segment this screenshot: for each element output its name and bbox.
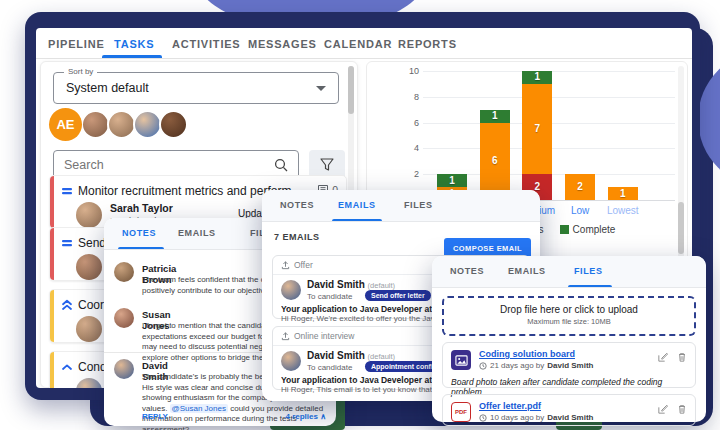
- avatar: [281, 280, 301, 300]
- edit-icon[interactable]: [658, 352, 668, 362]
- file-link[interactable]: Offer letter.pdf: [479, 401, 541, 411]
- avatar: [76, 378, 102, 388]
- bar-segment: 1: [437, 174, 467, 187]
- nav-tab-messages[interactable]: MESSAGES: [248, 38, 317, 50]
- sort-dropdown[interactable]: Sort by System default: [53, 72, 339, 104]
- tab-notes[interactable]: NOTES: [450, 266, 484, 276]
- active-tab-underline: [568, 285, 612, 288]
- tab-notes[interactable]: NOTES: [122, 228, 156, 238]
- bar-segment: 7: [522, 84, 552, 174]
- email-sender: David Smith (default): [307, 279, 395, 290]
- emails-count: 7 EMAILS: [274, 232, 320, 242]
- dropzone-subtitle: Maximum file size: 10MB: [444, 317, 694, 326]
- file-item: Coding solution board 21 days ago by Dav…: [442, 342, 696, 388]
- nav-tab-reports[interactable]: REPORTS: [398, 38, 457, 50]
- bar-segment: 2: [565, 174, 595, 200]
- search-icon[interactable]: [274, 158, 288, 172]
- files-panel: NOTES EMAILS FILES Drop file here or cli…: [432, 256, 706, 422]
- file-item: PDF Offer letter.pdf 10 days ago by Davi…: [442, 394, 696, 426]
- file-meta: 10 days ago by David Smith: [479, 413, 594, 422]
- pdf-file-icon: PDF: [451, 402, 471, 422]
- chart-plot-area: 116127121: [433, 62, 679, 200]
- tab-emails[interactable]: EMAILS: [338, 200, 376, 210]
- bar-segment: 1: [480, 110, 510, 123]
- dropzone-title: Drop file here or click to upload: [444, 304, 694, 315]
- stage-icon: [281, 261, 290, 270]
- tab-files[interactable]: FILES: [404, 200, 433, 210]
- edit-icon[interactable]: [658, 404, 668, 414]
- bar-low: 2: [565, 174, 595, 200]
- avatar: [281, 351, 301, 371]
- replies-toggle[interactable]: 4 replies ∧: [285, 412, 326, 421]
- bar-high: 61: [480, 110, 510, 200]
- tab-emails[interactable]: EMAILS: [178, 228, 216, 238]
- x-axis-label[interactable]: Low: [558, 205, 602, 216]
- tab-bar: NOTES EMAILS FILES: [432, 256, 706, 288]
- avatar: [114, 308, 134, 328]
- avatar: [76, 202, 102, 228]
- tab-files[interactable]: FILES: [574, 266, 603, 276]
- bar-segment: 1: [522, 71, 552, 84]
- email-recipient: To candidate: [307, 363, 352, 372]
- avatar: [76, 316, 102, 342]
- avatar[interactable]: [107, 110, 136, 139]
- chevron-down-icon: [316, 86, 326, 91]
- image-file-icon: [451, 350, 471, 370]
- tab-bar: NOTES EMAILS FILES: [262, 190, 540, 222]
- priority-stripe: [50, 352, 54, 388]
- y-tick: 6: [397, 118, 419, 128]
- funnel-icon: [320, 158, 334, 171]
- nav-tab-tasks[interactable]: TASKS: [114, 38, 154, 50]
- task-list-scrollbar-thumb[interactable]: [348, 66, 354, 114]
- nav-tab-activities[interactable]: ACTIVITIES: [172, 38, 241, 50]
- priority-high-icon: [60, 360, 74, 374]
- bar-medium: 271: [522, 71, 552, 200]
- clock-icon: [479, 362, 487, 370]
- avatar: [114, 359, 134, 379]
- sort-value: System default: [66, 81, 149, 95]
- y-tick: 4: [397, 143, 419, 153]
- avatar[interactable]: [133, 110, 162, 139]
- clock-icon: [479, 414, 487, 422]
- y-tick: 10: [397, 66, 419, 76]
- priority-stripe: [50, 176, 54, 228]
- nav-tab-calendar[interactable]: CALENDAR: [324, 38, 392, 50]
- email-recipient: To candidate: [307, 292, 352, 301]
- y-tick: 8: [397, 92, 419, 102]
- sort-label: Sort by: [64, 67, 97, 76]
- priority-highest-icon: [60, 298, 74, 312]
- reply-button[interactable]: REPLY: [142, 412, 168, 421]
- x-axis-label[interactable]: Lowest: [601, 205, 645, 216]
- email-stage: Online interview: [281, 331, 354, 341]
- priority-stripe: [50, 290, 54, 342]
- avatar[interactable]: [159, 110, 188, 139]
- bar-segment: 1: [608, 187, 638, 200]
- tab-emails[interactable]: EMAILS: [508, 266, 546, 276]
- status-badge: Send offer letter: [365, 290, 431, 301]
- file-link[interactable]: Coding solution board: [479, 349, 575, 359]
- chart-scrollbar-thumb[interactable]: [678, 202, 684, 254]
- priority-medium-icon: [60, 184, 74, 198]
- search-input[interactable]: [64, 158, 254, 172]
- tab-notes[interactable]: NOTES: [280, 200, 314, 210]
- divider: [36, 58, 692, 59]
- assignee-name: Sarah Taylor: [110, 202, 173, 214]
- legend-item: Complete: [560, 224, 616, 235]
- stage-icon: [281, 332, 290, 341]
- y-tick: 2: [397, 169, 419, 179]
- avatar-initials[interactable]: AE: [49, 108, 82, 141]
- email-sender: David Smith (default): [307, 350, 395, 361]
- priority-medium-icon: [60, 236, 74, 250]
- active-tab-underline: [332, 219, 382, 222]
- avatar[interactable]: [81, 110, 110, 139]
- file-meta: 21 days ago by David Smith: [479, 361, 594, 370]
- file-dropzone[interactable]: Drop file here or click to upload Maximu…: [442, 296, 696, 336]
- avatar: [76, 254, 102, 280]
- active-tab-underline: [118, 247, 164, 250]
- avatar: [114, 262, 134, 282]
- nav-tab-pipeline[interactable]: PIPELINE: [48, 38, 105, 50]
- email-stage: Offer: [281, 260, 313, 270]
- delete-icon[interactable]: [677, 352, 687, 362]
- bar-segment: 6: [480, 123, 510, 200]
- delete-icon[interactable]: [677, 404, 687, 414]
